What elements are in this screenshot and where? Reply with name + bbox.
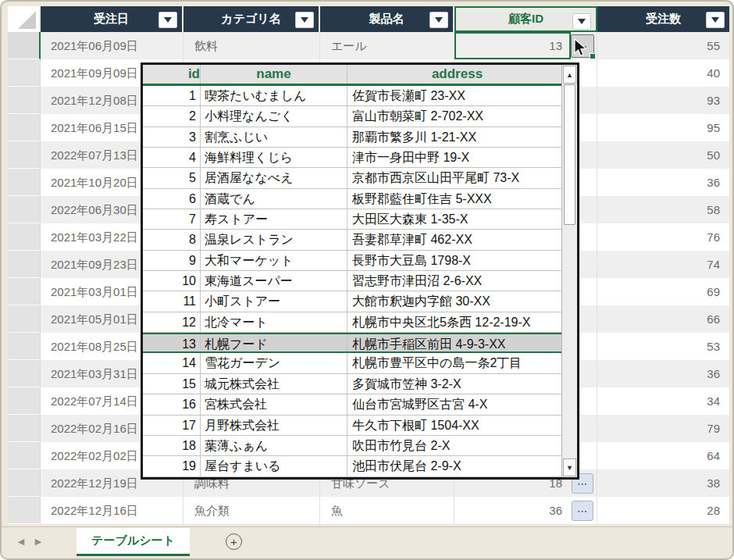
lookup-row[interactable]: 19屋台すまいる池田市伏尾台 2-9-X xyxy=(143,456,562,476)
lookup-name-cell: 小町ストアー xyxy=(201,291,347,311)
row-header[interactable] xyxy=(8,223,41,251)
lookup-row[interactable]: 5居酒屋ななべえ京都市西京区山田平尾町 73-X xyxy=(143,168,562,188)
caret-down-icon xyxy=(301,17,308,23)
row-header[interactable] xyxy=(8,87,41,114)
column-header-product[interactable]: 製品名 xyxy=(320,6,454,32)
fill-handle[interactable] xyxy=(590,53,596,59)
filter-dropdown-button[interactable] xyxy=(429,12,448,28)
row-header[interactable] xyxy=(8,32,41,59)
lookup-row[interactable]: 2小料理なんごく富山市朝菜町 2-702-XX xyxy=(143,106,562,127)
column-header-label: 受注日 xyxy=(94,12,129,27)
quantity-cell[interactable]: 38 xyxy=(597,469,729,497)
lookup-row[interactable]: 1喫茶たいむましん佐賀市長瀬町 23-XX xyxy=(143,86,562,106)
row-header[interactable] xyxy=(8,114,41,141)
row-header[interactable] xyxy=(8,387,41,415)
lookup-row[interactable]: 7寿ストアー大田区大森東 1-35-X xyxy=(143,209,562,230)
lookup-row[interactable]: 4海鮮料理くじら津市一身田中野 19-X xyxy=(143,148,562,168)
lookup-row[interactable]: 10東海道スーパー習志野市津田沼 2-6-XX xyxy=(143,271,562,291)
column-header-customer-id[interactable]: 顧客ID xyxy=(454,6,597,32)
quantity-cell[interactable]: 50 xyxy=(597,141,729,169)
product-cell[interactable]: エール xyxy=(320,32,454,59)
filter-dropdown-button[interactable] xyxy=(295,12,314,28)
row-header[interactable] xyxy=(8,278,41,305)
lookup-row[interactable]: 3割烹ふじい那覇市繁多川 1-21-XX xyxy=(143,127,562,148)
lookup-row[interactable]: 11小町ストアー大館市釈迦内字館 30-XX xyxy=(143,291,562,312)
column-header-category[interactable]: カテゴリ名 xyxy=(184,6,320,32)
lookup-row[interactable]: 14雪花ガーデン札幌市豊平区中の島一条2丁目 xyxy=(143,353,562,373)
sheet-tab-bar: ◀ ▶ テーブルシート + xyxy=(2,526,732,556)
customer-id-cell[interactable]: 36⋯ xyxy=(454,497,597,524)
lookup-row[interactable]: 8温泉レストラン吾妻郡草津町 462-XX xyxy=(143,230,562,250)
add-sheet-icon[interactable]: + xyxy=(226,533,242,550)
quantity-cell[interactable]: 64 xyxy=(597,442,729,469)
row-header[interactable] xyxy=(8,141,41,169)
nav-right-icon[interactable]: ▶ xyxy=(30,537,47,547)
lookup-row[interactable]: 15城元株式会社多賀城市笠神 3-2-X xyxy=(143,374,562,394)
filter-dropdown-button[interactable] xyxy=(706,12,725,28)
popup-scrollbar[interactable]: ▲ ▼ xyxy=(561,65,577,477)
column-header-order-date[interactable]: 受注日 xyxy=(41,6,184,32)
lookup-id-cell: 1 xyxy=(143,86,201,105)
quantity-cell[interactable]: 74 xyxy=(597,251,729,278)
select-all-corner[interactable] xyxy=(8,6,41,32)
nav-left-icon[interactable]: ◀ xyxy=(12,537,30,547)
row-header[interactable] xyxy=(8,469,41,497)
quantity-cell[interactable]: 93 xyxy=(597,87,729,114)
quantity-cell[interactable]: 69 xyxy=(597,278,729,305)
lookup-row[interactable]: 17月野株式会社牛久市下根町 1504-XX xyxy=(143,416,562,436)
column-header-order-qty[interactable]: 受注数 xyxy=(597,6,729,32)
quantity-cell[interactable]: 95 xyxy=(597,114,729,141)
column-header-label: 製品名 xyxy=(369,12,404,27)
scrollbar-thumb[interactable] xyxy=(564,84,575,225)
scroll-up-icon[interactable]: ▲ xyxy=(563,66,576,84)
quantity-cell[interactable]: 55 xyxy=(597,32,729,59)
order-date-cell[interactable]: 2021年06月09日 xyxy=(41,32,184,59)
lookup-address-cell: 牛久市下根町 1504-XX xyxy=(347,416,562,435)
category-cell[interactable]: 飲料 xyxy=(184,32,320,59)
quantity-cell[interactable]: 34 xyxy=(597,387,729,415)
caret-down-icon xyxy=(164,17,172,23)
lookup-id-cell: 4 xyxy=(143,148,201,167)
lookup-row[interactable]: 18葉薄ふぁん吹田市竹見台 2-X xyxy=(143,436,562,456)
category-cell[interactable]: 魚介類 xyxy=(184,497,320,524)
quantity-cell[interactable]: 36 xyxy=(597,360,729,387)
lookup-row-selected[interactable]: 13札幌フード札幌市手稲区前田 4-9-3-XX xyxy=(143,333,562,353)
quantity-cell[interactable]: 79 xyxy=(597,415,729,442)
lookup-id-cell: 3 xyxy=(143,127,201,147)
caret-down-icon xyxy=(578,19,586,24)
row-header[interactable] xyxy=(8,305,41,333)
quantity-cell[interactable]: 53 xyxy=(597,333,729,360)
filter-dropdown-button[interactable] xyxy=(572,13,591,30)
expand-record-button[interactable]: ⋯ xyxy=(571,34,594,58)
lookup-name-cell: 札幌フード xyxy=(201,334,347,351)
quantity-cell[interactable]: 36 xyxy=(597,169,729,196)
quantity-cell[interactable]: 76 xyxy=(597,223,729,251)
product-cell[interactable]: 魚 xyxy=(320,497,454,524)
lookup-row[interactable]: 12北冷マート札幌市中央区北5条西 12-2-19-X xyxy=(143,312,562,333)
tab-table-sheet[interactable]: テーブルシート xyxy=(77,528,190,556)
quantity-cell[interactable]: 40 xyxy=(597,59,729,87)
row-header[interactable] xyxy=(8,497,41,524)
row-header[interactable] xyxy=(8,360,41,387)
quantity-cell[interactable]: 58 xyxy=(597,196,729,223)
quantity-cell[interactable]: 66 xyxy=(597,305,729,333)
row-header[interactable] xyxy=(8,251,41,278)
order-date-cell[interactable]: 2022年12月16日 xyxy=(41,497,184,524)
lookup-row[interactable]: 9大和マーケット長野市大豆島 1798-X xyxy=(143,251,562,271)
lookup-id-cell: 19 xyxy=(143,456,201,476)
row-header[interactable] xyxy=(8,442,41,469)
lookup-row[interactable]: 16宮株式会社仙台市宮城野区古宮 4-X xyxy=(143,394,562,415)
quantity-cell[interactable]: 28 xyxy=(597,497,729,524)
lookup-row[interactable]: 6酒蔵でん板野郡藍住町住吉 5-XXX xyxy=(143,189,562,209)
row-header[interactable] xyxy=(8,169,41,196)
customer-id-cell[interactable]: 13⋯ xyxy=(454,32,597,59)
row-header[interactable] xyxy=(8,333,41,360)
lookup-id-cell: 2 xyxy=(143,106,201,126)
filter-dropdown-button[interactable] xyxy=(159,12,177,28)
row-header[interactable] xyxy=(8,415,41,442)
lookup-id-cell: 7 xyxy=(143,209,201,229)
expand-record-button[interactable]: ⋯ xyxy=(572,501,593,521)
row-header[interactable] xyxy=(8,59,41,87)
scroll-down-icon[interactable]: ▼ xyxy=(563,458,576,476)
row-header[interactable] xyxy=(8,196,41,223)
